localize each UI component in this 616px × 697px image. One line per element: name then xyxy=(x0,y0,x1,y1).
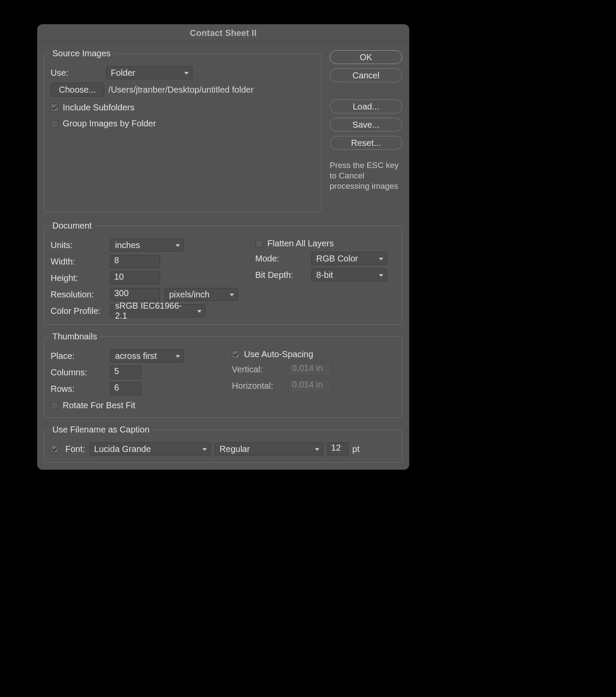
columns-label: Columns: xyxy=(51,368,106,378)
use-select[interactable]: Folder xyxy=(106,66,192,79)
bit-depth-select[interactable]: 8-bit xyxy=(311,268,387,281)
source-images-legend: Source Images xyxy=(50,48,113,58)
rows-label: Rows: xyxy=(51,384,106,394)
thumbnails-fieldset: Thumbnails Place: across first Columns: … xyxy=(44,332,402,418)
cancel-button[interactable]: Cancel xyxy=(330,68,402,82)
font-size-input[interactable]: 12 xyxy=(327,442,348,455)
rotate-label: Rotate For Best Fit xyxy=(63,400,135,410)
reset-button[interactable]: Reset... xyxy=(330,136,402,150)
resolution-input[interactable]: 300 xyxy=(110,288,160,301)
mode-select[interactable]: RGB Color xyxy=(311,252,387,265)
rows-input[interactable]: 6 xyxy=(110,382,141,395)
height-input[interactable]: 10 xyxy=(110,271,160,284)
caption-legend: Use Filename as Caption xyxy=(50,425,152,435)
ok-button[interactable]: OK xyxy=(330,50,402,64)
load-button[interactable]: Load... xyxy=(330,100,402,113)
include-subfolders-checkbox[interactable] xyxy=(51,104,58,112)
thumbnails-legend: Thumbnails xyxy=(50,332,99,342)
source-path: /Users/jtranber/Desktop/untitled folder xyxy=(109,85,254,95)
place-label: Place: xyxy=(51,351,106,361)
dialog: Contact Sheet II Source Images Use: Fold… xyxy=(37,24,409,470)
horizontal-input: 0.014 in xyxy=(288,379,331,392)
choose-button[interactable]: Choose... xyxy=(51,83,104,97)
caption-fieldset: Use Filename as Caption Font: Lucida Gra… xyxy=(44,425,402,463)
font-select[interactable]: Lucida Grande xyxy=(90,442,211,455)
font-style-select[interactable]: Regular xyxy=(215,442,323,455)
auto-spacing-checkbox[interactable] xyxy=(232,351,240,358)
color-profile-select[interactable]: sRGB IEC61966-2.1 xyxy=(110,304,205,317)
width-input[interactable]: 8 xyxy=(110,255,160,268)
height-label: Height: xyxy=(51,273,106,283)
bit-depth-label: Bit Depth: xyxy=(255,270,307,280)
use-select-value: Folder xyxy=(111,68,135,78)
flatten-checkbox[interactable] xyxy=(255,240,263,248)
font-size-unit: pt xyxy=(353,444,360,454)
units-label: Units: xyxy=(51,240,106,250)
place-select[interactable]: across first xyxy=(110,349,184,362)
flatten-label: Flatten All Layers xyxy=(267,239,334,248)
caption-checkbox[interactable] xyxy=(51,445,58,453)
horizontal-label: Horizontal: xyxy=(232,381,284,391)
document-legend: Document xyxy=(50,221,94,231)
document-fieldset: Document Units: inches Width: 8 xyxy=(44,221,402,325)
use-label: Use: xyxy=(51,68,102,78)
group-by-folder-label: Group Images by Folder xyxy=(63,119,156,129)
mode-label: Mode: xyxy=(255,254,307,264)
auto-spacing-label: Use Auto-Spacing xyxy=(244,349,313,359)
rotate-checkbox[interactable] xyxy=(51,402,58,410)
units-select[interactable]: inches xyxy=(110,239,184,252)
include-subfolders-label: Include Subfolders xyxy=(63,103,135,113)
save-button[interactable]: Save... xyxy=(330,118,402,132)
columns-input[interactable]: 5 xyxy=(110,366,141,379)
width-label: Width: xyxy=(51,257,106,267)
vertical-label: Vertical: xyxy=(232,365,284,374)
dialog-title: Contact Sheet II xyxy=(37,24,409,42)
resolution-label: Resolution: xyxy=(51,290,106,300)
vertical-input: 0.014 in xyxy=(288,363,331,376)
esc-hint: Press the ESC key to Cancel processing i… xyxy=(330,160,402,191)
resolution-units-select[interactable]: pixels/inch xyxy=(164,288,238,301)
font-label: Font: xyxy=(65,444,85,454)
source-images-fieldset: Source Images Use: Folder Choose... /Use… xyxy=(44,48,322,212)
color-profile-label: Color Profile: xyxy=(51,306,106,316)
group-by-folder-checkbox[interactable] xyxy=(51,120,58,128)
